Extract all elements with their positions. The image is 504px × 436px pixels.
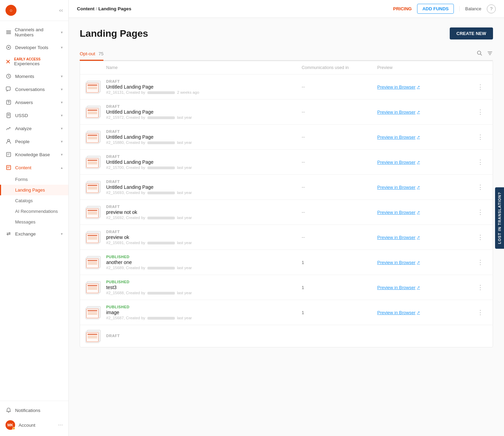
row-status-2: DRAFT [106,104,302,108]
lost-in-translation-banner[interactable]: LOST IN TRANSLATION? [495,187,504,249]
sidebar-subitem-forms[interactable]: Forms [0,174,68,185]
content-chevron: ▴ [61,165,63,170]
app-logo[interactable]: ○ [5,5,16,16]
row-status-3: DRAFT [106,129,302,134]
row-more-9[interactable]: ⋮ [473,284,487,291]
row-thumb-7 [86,231,106,243]
sidebar-item-ussd[interactable]: USSD ▾ [0,109,68,122]
developer-icon [5,44,12,50]
account-more-icon[interactable]: ⋯ [58,422,63,428]
preview-browser-link-5[interactable]: Preview in Browser ↗ [377,185,473,190]
filter-button[interactable] [487,50,493,58]
breadcrumb-parent: Content [77,6,94,11]
main-area: Content / Landing Pages PRICING ADD FUND… [69,0,504,436]
row-info-3: DRAFT Untitled Landing Page #2_15880, Cr… [106,129,302,145]
developer-chevron: ▾ [61,45,63,50]
account-item[interactable]: MK Account ⋯ [0,417,68,433]
row-info-8: PUBLISHED another one #2_15689, Created … [106,255,302,270]
analyze-label: Analyze [15,126,32,131]
row-more-2[interactable]: ⋮ [473,108,487,116]
row-more-1[interactable]: ⋮ [473,83,487,91]
sidebar-item-experiences[interactable]: ✕ EARLY ACCESS Experiences [0,54,68,70]
row-info-4: DRAFT Untitled Landing Page #2_15700, Cr… [106,154,302,170]
create-new-button[interactable]: CREATE NEW [450,27,493,39]
balance-area: Balance [459,6,481,11]
sidebar-item-knowledge[interactable]: Knowledge Base ▾ [0,148,68,161]
answers-chevron: ▾ [61,100,63,105]
notifications-item[interactable]: Notifications [0,404,68,417]
row-status-10: PUBLISHED [106,305,302,309]
account-label: Account [19,423,35,428]
tab-opt-out-count: 75 [99,51,103,56]
sidebar-item-analyze[interactable]: Analyze ▾ [0,122,68,135]
channels-label: Channels and Numbers [15,27,61,37]
row-meta-2: #2_15972, Created by last year [106,115,302,119]
row-name-7: preview ok [106,234,302,240]
tab-opt-out-label: Opt-out [80,51,95,56]
preview-browser-link-4[interactable]: Preview in Browser ↗ [377,160,473,165]
sidebar: ○ ‹‹ Channels and Numbers ▾ Developer To… [0,0,69,436]
row-comms-4: -- [302,159,377,165]
preview-browser-link-1[interactable]: Preview in Browser ↗ [377,84,473,90]
sidebar-item-developer[interactable]: Developer Tools ▾ [0,41,68,54]
row-preview-9: Preview in Browser ↗ [377,285,473,290]
svg-rect-14 [7,165,11,170]
row-meta-8: #2_15689, Created by last year [106,266,302,270]
row-more-8[interactable]: ⋮ [473,259,487,266]
row-comms-7: -- [302,234,377,240]
sidebar-item-content[interactable]: Content ▴ [0,161,68,174]
external-link-icon: ↗ [417,110,420,114]
add-funds-button[interactable]: ADD FUNDS [417,4,454,14]
preview-browser-link-2[interactable]: Preview in Browser ↗ [377,110,473,115]
row-more-5[interactable]: ⋮ [473,183,487,191]
sidebar-item-channels[interactable]: Channels and Numbers ▾ [0,24,68,41]
external-link-icon: ↗ [417,160,420,164]
experiences-label: Experiences [14,61,41,66]
external-link-icon: ↗ [417,285,420,290]
sidebar-item-conversations[interactable]: Conversations ▾ [0,83,68,96]
row-more-7[interactable]: ⋮ [473,233,487,241]
preview-browser-link-6[interactable]: Preview in Browser ↗ [377,210,473,215]
landing-pages-table: Name Communications used in Preview DRAF [80,61,493,347]
preview-browser-link-10[interactable]: Preview in Browser ↗ [377,310,473,315]
exchange-icon [5,231,12,237]
search-button[interactable] [477,50,483,58]
help-button[interactable]: ? [487,4,496,13]
row-comms-5: -- [302,184,377,190]
pricing-button[interactable]: PRICING [393,6,412,11]
sidebar-subitem-catalogs[interactable]: Catalogs [0,195,68,206]
conversations-label: Conversations [15,87,45,92]
table-row: DRAFT Untitled Landing Page #2_16131, Cr… [80,74,493,100]
knowledge-icon [5,151,12,158]
collapse-button[interactable]: ‹‹ [59,7,63,13]
analyze-chevron: ▾ [61,126,63,131]
ussd-chevron: ▾ [61,113,63,118]
row-thumb-2 [86,106,106,118]
sidebar-item-moments[interactable]: Moments ▾ [0,70,68,83]
preview-browser-link-3[interactable]: Preview in Browser ↗ [377,135,473,140]
row-comms-1: -- [302,84,377,90]
table-row: DRAFT preview ok #2_15691, Created by la… [80,225,493,250]
ussd-label: USSD [15,113,28,118]
external-link-icon: ↗ [417,135,420,139]
row-thumb-5 [86,181,106,193]
sidebar-subitem-landing-pages[interactable]: Landing Pages [0,185,68,195]
row-more-6[interactable]: ⋮ [473,208,487,216]
preview-browser-link-9[interactable]: Preview in Browser ↗ [377,285,473,290]
svg-point-8 [8,103,9,103]
sidebar-subitem-messages[interactable]: Messages [0,217,68,227]
sidebar-item-exchange[interactable]: Exchange ▾ [0,227,68,240]
sidebar-item-answers[interactable]: Answers ▾ [0,96,68,109]
preview-browser-link-7[interactable]: Preview in Browser ↗ [377,235,473,240]
tab-opt-out[interactable]: Opt-out 75 [80,48,103,61]
sidebar-item-people[interactable]: People ▾ [0,135,68,148]
col-name: Name [106,65,302,70]
topbar-right: PRICING ADD FUNDS Balance ? [393,4,496,14]
preview-browser-link-8[interactable]: Preview in Browser ↗ [377,260,473,265]
row-info-5: DRAFT Untitled Landing Page #2_15693, Cr… [106,180,302,195]
answers-icon [5,99,12,105]
row-more-4[interactable]: ⋮ [473,158,487,166]
row-more-3[interactable]: ⋮ [473,133,487,141]
sidebar-subitem-ai-recommendations[interactable]: AI Recommendations [0,206,68,217]
row-more-10[interactable]: ⋮ [473,309,487,316]
